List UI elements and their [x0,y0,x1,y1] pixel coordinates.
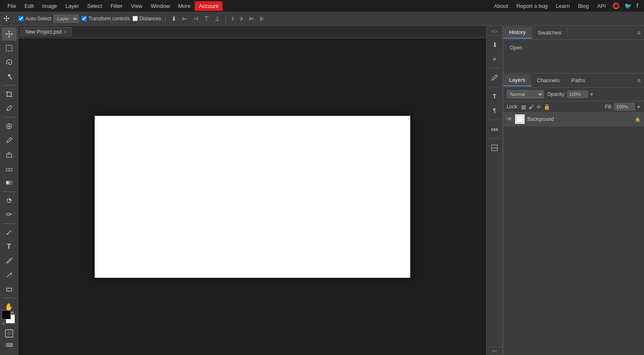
distances-label: Distances [140,16,162,22]
channels-tab[interactable]: Channels [531,75,566,86]
dodge-btn[interactable] [2,194,17,207]
menu-file[interactable]: File [3,1,20,11]
menu-learn[interactable]: Learn [552,1,574,11]
menu-filter[interactable]: Filter [106,1,127,11]
tab-close-btn[interactable]: × [64,30,66,34]
stamp-btn[interactable] [2,148,17,161]
menu-report-bug[interactable]: Report a bug [512,1,552,11]
layers-panel-menu[interactable]: ≡ [634,76,644,86]
keyboard-icon[interactable]: ⌨ [2,338,17,352]
path-selection-btn[interactable] [2,226,17,239]
smudge-btn[interactable] [2,208,17,221]
align-extra-btn[interactable]: ⊩ [258,15,267,23]
distances-control[interactable]: Distances [132,16,162,22]
pen-btn[interactable] [2,254,17,267]
lock-image-icon[interactable]: 🖌 [529,104,534,110]
menu-layer[interactable]: Layer [61,1,83,11]
lock-all-icon[interactable]: 🔒 [544,104,550,110]
css-icon[interactable]: css [487,122,502,136]
layer-name: Background [527,116,632,122]
paths-tab[interactable]: Paths [566,75,591,86]
align-download-btn[interactable]: ⬇ [170,15,178,23]
panel-collapse-bottom[interactable]: >< [487,347,502,355]
align-distribute-btn[interactable]: ⊥ [213,15,221,23]
brush-settings-icon[interactable] [487,71,502,84]
history-panel-menu[interactable]: ≡ [634,28,644,38]
brush-btn[interactable] [2,134,17,147]
magic-wand-btn[interactable] [2,70,17,83]
project-tab[interactable]: New Project.psd × [20,27,72,37]
keyboard-shortcuts-btn[interactable]: ⌨ [2,338,17,352]
selection-extra-btn[interactable] [2,268,17,282]
layer-visibility-icon[interactable]: 👁 [507,116,512,122]
layer-background[interactable]: 👁 Background 🔒 [503,113,644,126]
history-item-open[interactable]: Open [507,43,641,52]
lock-transparency-icon[interactable]: ▦ [521,104,526,110]
menu-api[interactable]: API [593,1,610,11]
opacity-arrow[interactable]: ▼ [590,92,594,97]
crop-tool-btn[interactable] [2,88,17,101]
align-bottom-btn[interactable]: ⊨ [247,15,256,23]
fill-input[interactable] [614,103,635,110]
auto-select-label: Auto-Select [25,16,51,22]
tab-name: New Project.psd [25,29,61,35]
shape-btn[interactable] [2,282,17,296]
align-center-btn[interactable]: ⊣ [191,15,200,23]
text-tool-icon[interactable]: T [487,90,502,103]
eraser-btn[interactable] [2,162,17,175]
foreground-color[interactable] [2,310,11,319]
opacity-control: Opacity: ▼ [547,91,594,98]
opacity-input[interactable] [567,91,588,98]
gradient-btn[interactable] [2,176,17,189]
blend-mode-dropdown[interactable]: Normal Dissolve Multiply Screen Overlay [507,90,544,98]
menu-about[interactable]: About [490,1,512,11]
svg-rect-6 [7,154,12,157]
marquee-tool-btn[interactable] [2,42,17,55]
swap-colors-btn[interactable]: ⇄ [11,310,14,314]
adjustments-icon[interactable]: ≡ [487,52,502,66]
fill-arrow[interactable]: ▼ [637,105,641,109]
image-preview-icon[interactable] [487,141,502,154]
fill-label: Fill: [605,104,612,110]
align-top-btn[interactable]: ⊦ [230,15,236,23]
text-btn[interactable]: T [2,240,17,253]
transform-controls-checkbox[interactable] [81,16,87,21]
align-left-btn[interactable]: ⊢ [181,15,189,23]
menu-edit[interactable]: Edit [20,1,38,11]
menu-account[interactable]: Account [195,1,223,11]
auto-select-control[interactable]: Auto-Select [18,16,51,22]
menu-more[interactable]: More [174,1,195,11]
lasso-tool-btn[interactable] [2,56,17,69]
toolbar-sep-2 [165,15,166,23]
paragraph-icon[interactable]: ¶ [487,104,502,117]
align-middle-btn[interactable]: ⊧ [239,15,245,23]
auto-select-checkbox[interactable] [18,16,24,21]
canvas-document [95,116,410,278]
menu-image[interactable]: Image [38,1,61,11]
toolbar-sep-1 [14,15,14,23]
move-tool-icon[interactable]: ✢ [3,14,10,23]
distances-checkbox[interactable] [132,16,138,21]
fill-control: Fill: ▼ [605,103,641,110]
history-tab[interactable]: History [503,27,532,39]
eyedropper-btn[interactable] [2,102,17,115]
menu-window[interactable]: Window [147,1,174,11]
auto-select-dropdown[interactable]: Layer Group [54,15,79,23]
menu-blog[interactable]: Blog [574,1,593,11]
swatches-tab[interactable]: Swatches [532,27,567,38]
canvas-viewport[interactable] [18,38,486,355]
layers-tab[interactable]: Layers [503,74,531,86]
info-icon[interactable]: ℹ [487,38,502,51]
panel-collapse-top[interactable]: <> [487,27,502,36]
reddit-icon[interactable]: ⭕ [610,1,622,11]
lock-position-icon[interactable]: ✢ [536,104,541,110]
reset-colors-btn[interactable]: ↺ [2,322,5,326]
menu-select[interactable]: Select [83,1,106,11]
facebook-icon[interactable]: f [634,1,641,11]
align-right-btn[interactable]: ⊤ [202,15,211,23]
transform-controls-control[interactable]: Transform controls [81,16,130,22]
menu-view[interactable]: View [127,1,147,11]
move-tool-btn[interactable] [2,27,17,41]
healing-btn[interactable] [2,120,17,133]
twitter-icon[interactable]: 🐦 [622,1,634,11]
